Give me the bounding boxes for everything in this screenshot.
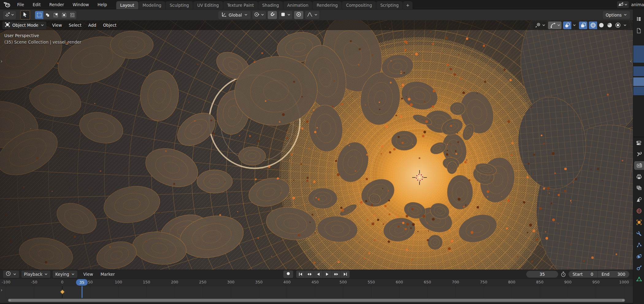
mode-dropdown[interactable]: Object Mode [2,21,46,29]
outliner-selected-row[interactable] [633,66,644,76]
viewport-3d[interactable]: Object Mode ViewSelectAddObject [0,20,633,270]
ruler-tick-label: 350 [255,280,263,284]
shading-solid-icon[interactable] [597,21,605,29]
menu-file[interactable]: File [13,0,29,9]
proportional-edit-button[interactable] [294,11,303,19]
workspace-tab-texture-paint[interactable]: Texture Paint [223,1,258,9]
scene-name[interactable]: anima [631,2,644,7]
editor-type-button[interactable] [3,11,16,19]
properties-tab-modifiers[interactable] [635,229,643,238]
viewport-menu-view[interactable]: View [49,23,65,28]
workspace-tab-sculpting[interactable]: Sculpting [166,1,193,9]
sidebar-expand-arrow[interactable]: ‹ [630,59,632,64]
viewport-menu-object[interactable]: Object [100,23,120,28]
select-set-button[interactable] [35,11,43,19]
timeline-tracks[interactable] [0,286,633,298]
select-subtract-button[interactable] [52,11,60,19]
properties-tab-tool[interactable] [635,150,643,158]
outliner-icon[interactable] [635,15,643,23]
menu-help[interactable]: Help [93,0,111,9]
properties-tab-particles[interactable] [635,241,643,249]
shading-rendered-icon[interactable] [614,21,622,29]
object-visibility-button[interactable] [533,21,546,29]
workspace-tab-scripting[interactable]: Scripting [376,1,403,9]
shading-wireframe-icon[interactable] [589,21,597,29]
workspace-tab-layout[interactable]: Layout [116,1,138,9]
shading-material-icon[interactable] [605,21,614,29]
snap-toggle-button[interactable] [268,11,277,19]
end-value: 300 [617,272,625,277]
jump-to-start-button[interactable] [296,271,305,278]
active-tool-tweak-button[interactable] [20,10,30,20]
timeline-expand-arrow[interactable]: › [1,287,2,293]
add-workspace-button[interactable]: + [403,1,412,9]
ruler-tick-label: 150 [143,280,150,284]
properties-editor-icon[interactable] [635,139,643,147]
blender-logo-icon[interactable] [3,1,11,8]
properties-tab-render[interactable] [634,161,644,170]
end-frame-field[interactable]: End 300 [598,272,629,277]
workspace-tab-compositing[interactable]: Compositing [342,1,376,9]
properties-tab-output[interactable] [635,173,643,181]
properties-tab-scene[interactable] [635,195,643,204]
snap-target-button[interactable] [279,11,292,19]
chevron-down-icon [571,21,577,29]
workspace-tab-uv-editing[interactable]: UV Editing [193,1,223,9]
right-editor-column [633,9,644,304]
timeline-menu-playback[interactable]: Playback [21,271,50,278]
scene-selector-button[interactable] [617,1,629,8]
options-button[interactable]: Options [603,11,630,19]
overlays-button[interactable] [563,21,577,29]
workspace-tab-rendering[interactable]: Rendering [312,1,342,9]
timeline-editor-type-button[interactable] [3,271,19,278]
select-invert-button[interactable] [60,11,68,19]
prev-keyframe-button[interactable] [305,271,314,278]
timeline-ruler[interactable]: -100-50050100150200250300350400450500550… [0,279,633,286]
jump-to-end-button[interactable] [341,271,350,278]
timeline-menu-keying[interactable]: Keying [53,271,77,278]
play-forward-button[interactable] [323,271,332,278]
toolbar-expand-arrow[interactable]: › [1,59,2,64]
outliner-selected-row[interactable] [633,87,644,95]
orientation-button[interactable]: Global [218,11,251,19]
select-extend-button[interactable] [43,11,52,19]
record-button[interactable] [283,271,293,278]
next-keyframe-button[interactable] [332,271,341,278]
play-reverse-button[interactable] [314,271,323,278]
gizmos-button[interactable] [548,21,562,29]
viewport-menu-select[interactable]: Select [65,23,85,28]
playhead[interactable] [82,286,82,298]
viewport-menu-add[interactable]: Add [85,23,100,28]
start-frame-field[interactable]: Start 0 [569,272,597,277]
topbar: FileEditRenderWindowHelp LayoutModelingS… [0,0,644,9]
workspace-tab-shading[interactable]: Shading [258,1,283,9]
timeline-menu-view[interactable]: View [80,272,97,277]
menu-edit[interactable]: Edit [29,0,45,9]
properties-tab-world[interactable] [635,207,643,215]
timeline-scroll-region [0,298,633,303]
falloff-button[interactable] [305,11,319,19]
outliner-selected-row[interactable] [633,45,644,63]
pivot-point-button[interactable] [252,11,266,19]
workspace-tab-modeling[interactable]: Modeling [139,1,165,9]
properties-tab-object[interactable] [635,218,643,227]
keyframe-diamond[interactable] [60,290,65,294]
menu-window[interactable]: Window [68,0,93,9]
outliner-active-row[interactable] [633,77,644,86]
stopwatch-icon[interactable] [560,271,566,277]
properties-tab-view-layer[interactable] [635,184,643,193]
current-frame-field[interactable]: 35 [526,271,558,278]
timeline-menu-marker[interactable]: Marker [97,272,119,277]
filter-page-icon[interactable] [635,27,643,34]
menu-render[interactable]: Render [45,0,68,9]
properties-tab-physics[interactable] [635,252,643,261]
select-intersect-button[interactable] [68,11,76,19]
current-frame-badge[interactable]: 35 [76,279,88,286]
properties-tab-constraints[interactable] [635,263,643,272]
workspace-tab-animation[interactable]: Animation [283,1,312,9]
xray-toggle-icon[interactable] [579,21,587,29]
options-label: Options [606,13,622,18]
horizontal-scrollbar[interactable] [8,299,625,302]
chevron-down-icon[interactable] [622,21,628,29]
properties-tab-data[interactable] [635,275,643,283]
